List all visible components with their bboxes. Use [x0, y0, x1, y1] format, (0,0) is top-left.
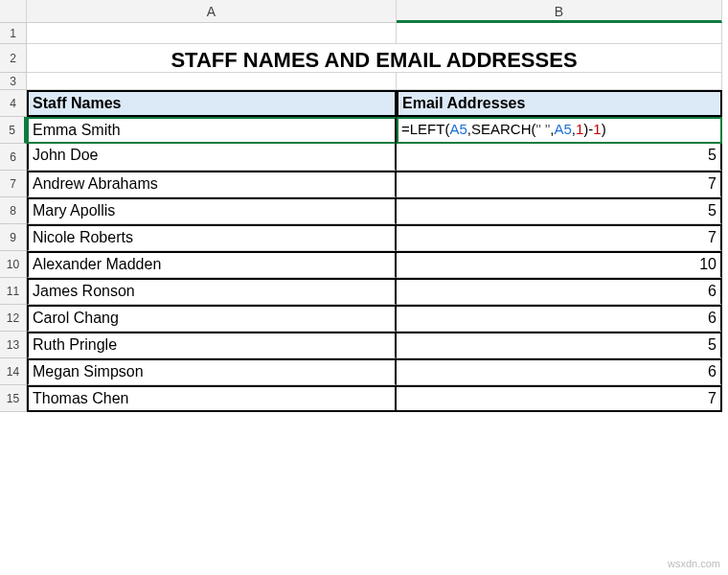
cell-B9[interactable]: 7 [397, 224, 722, 251]
row-header-15[interactable]: 15 [0, 385, 27, 412]
row-header-9[interactable]: 9 [0, 224, 27, 251]
cell-B3[interactable] [397, 73, 722, 90]
cell-B12[interactable]: 6 [397, 305, 722, 332]
row-header-1[interactable]: 1 [0, 23, 27, 44]
row-header-14[interactable]: 14 [0, 358, 27, 385]
row-header-10[interactable]: 10 [0, 251, 27, 278]
cell-A5[interactable]: Emma Smith [27, 117, 397, 144]
cell-A12[interactable]: Carol Chang [27, 305, 397, 332]
row-header-6[interactable]: 6 [0, 144, 27, 171]
cell-A15[interactable]: Thomas Chen [27, 385, 397, 412]
row-header-5[interactable]: 5 [0, 117, 27, 144]
row-header-4[interactable]: 4 [0, 90, 27, 117]
cell-B15[interactable]: 7 [397, 385, 722, 412]
cell-A3[interactable] [27, 73, 397, 90]
row-header-3[interactable]: 3 [0, 73, 27, 90]
cell-A9[interactable]: Nicole Roberts [27, 224, 397, 251]
cell-B10[interactable]: 10 [397, 251, 722, 278]
cell-A1[interactable] [27, 23, 397, 44]
row-header-11[interactable]: 11 [0, 278, 27, 305]
cell-B7[interactable]: 7 [397, 171, 722, 197]
cell-A6[interactable]: John Doe [27, 144, 397, 171]
cell-B6[interactable]: 5 [397, 144, 722, 171]
cell-B14[interactable]: 6 [397, 358, 722, 385]
cell-B11[interactable]: 6 [397, 278, 722, 305]
cell-A7[interactable]: Andrew Abrahams [27, 171, 397, 197]
header-email-addresses[interactable]: Email Addresses [397, 90, 722, 117]
spreadsheet-grid: A B 1 2 STAFF NAMES AND EMAIL ADDRESSES … [0, 0, 728, 412]
row-header-7[interactable]: 7 [0, 171, 27, 197]
cell-A8[interactable]: Mary Apollis [27, 197, 397, 224]
select-all-corner[interactable] [0, 0, 27, 23]
cell-B8[interactable]: 5 [397, 197, 722, 224]
col-header-B[interactable]: B [397, 0, 722, 23]
row-header-8[interactable]: 8 [0, 197, 27, 224]
cell-A11[interactable]: James Ronson [27, 278, 397, 305]
cell-A10[interactable]: Alexander Madden [27, 251, 397, 278]
cell-A14[interactable]: Megan Simpson [27, 358, 397, 385]
header-staff-names[interactable]: Staff Names [27, 90, 397, 117]
row-header-12[interactable]: 12 [0, 305, 27, 332]
row-header-13[interactable]: 13 [0, 332, 27, 358]
cell-B1[interactable] [397, 23, 722, 44]
cell-A13[interactable]: Ruth Pringle [27, 332, 397, 358]
page-title: STAFF NAMES AND EMAIL ADDRESSES [27, 44, 722, 73]
cell-B13[interactable]: 5 [397, 332, 722, 358]
row-header-2[interactable]: 2 [0, 44, 27, 73]
cell-B5-formula[interactable]: =LEFT(A5,SEARCH(" ",A5,1)-1) [397, 117, 722, 144]
col-header-A[interactable]: A [27, 0, 397, 23]
watermark: wsxdn.com [668, 558, 720, 569]
